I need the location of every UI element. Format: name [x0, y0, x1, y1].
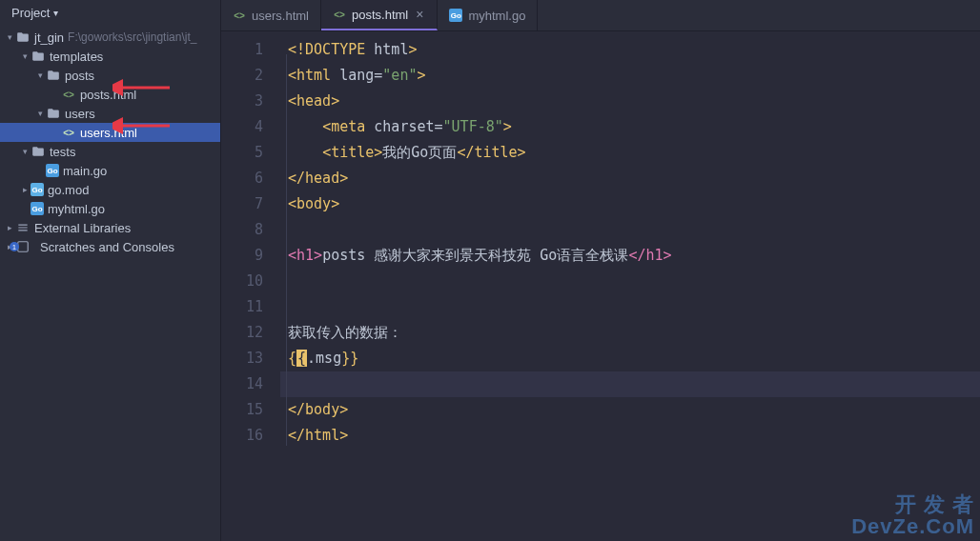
code-editor[interactable]: 1234 5678 9101112 13141516 <!DOCTYPE htm…: [221, 31, 980, 541]
code-line: <meta charset="UTF-8">: [280, 114, 980, 140]
tree-label: templates: [50, 50, 103, 64]
tree-label: users: [65, 107, 95, 121]
go-file-icon: Go: [31, 202, 44, 215]
chevron-down-icon: ▾: [4, 32, 15, 42]
code-line: </head>: [280, 166, 980, 191]
html-file-icon: <>: [233, 9, 246, 22]
folder-icon: [46, 68, 61, 83]
close-icon[interactable]: ×: [414, 7, 425, 22]
code-line: <html lang="en">: [280, 63, 980, 89]
gutter: 1234 5678 9101112 13141516: [221, 31, 280, 541]
tree-label: Scratches and Consoles: [40, 240, 174, 254]
html-file-icon: <>: [61, 125, 76, 140]
tree-label: main.go: [63, 164, 107, 178]
code-line: <h1>posts 感谢大家来到景天科技苑 Go语言全栈课</h1>: [280, 243, 980, 269]
tree-folder-posts[interactable]: ▾ posts: [0, 66, 220, 85]
tab-users-html[interactable]: <> users.html: [221, 0, 321, 30]
tree-project-root[interactable]: ▾ jt_gin F:\goworks\src\jingtian\jt_: [0, 28, 220, 47]
code-line: [280, 269, 980, 294]
tree-label: go.mod: [48, 183, 89, 197]
tree-file-myhtml-go[interactable]: Go myhtml.go: [0, 199, 220, 218]
code-content[interactable]: <!DOCTYPE html> <html lang="en"> <head> …: [280, 31, 980, 541]
go-file-icon: Go: [46, 164, 59, 177]
code-line: </body>: [280, 397, 980, 423]
tree-label: myhtml.go: [48, 202, 105, 216]
tree-label: tests: [50, 145, 75, 159]
tree-label: posts: [65, 69, 94, 83]
folder-icon: [31, 144, 46, 159]
chevron-down-icon: ▾: [34, 70, 46, 80]
tree-scratches[interactable]: ▸ 1 Scratches and Consoles: [0, 237, 220, 256]
tree-file-go-mod[interactable]: ▸ Go go.mod: [0, 180, 220, 199]
code-line: [280, 294, 980, 320]
code-line: [280, 217, 980, 243]
tree-external-libraries[interactable]: ▸ External Libraries: [0, 218, 220, 237]
code-line: <body>: [280, 191, 980, 217]
code-line: </html>: [280, 423, 980, 449]
tree-label: External Libraries: [34, 221, 131, 235]
watermark: 开 发 者 DevZe.CoM: [851, 493, 974, 537]
chevron-right-icon: ▸: [19, 185, 31, 194]
folder-icon: [46, 106, 61, 121]
html-file-icon: <>: [61, 87, 76, 102]
tree-file-users-html[interactable]: <> users.html: [0, 123, 220, 142]
code-line: <!DOCTYPE html>: [280, 37, 980, 63]
go-file-icon: Go: [449, 9, 462, 22]
chevron-down-icon: ▾: [19, 147, 31, 156]
project-path: F:\goworks\src\jingtian\jt_: [68, 30, 196, 44]
project-panel-title: Project: [11, 6, 50, 20]
project-name: jt_gin: [34, 30, 64, 45]
tab-label: posts.html: [352, 8, 408, 22]
tree-file-posts-html[interactable]: <> posts.html: [0, 85, 220, 104]
project-sidebar: Project ▾ ▾ jt_gin F:\goworks\src\jingti…: [0, 0, 221, 541]
code-line: <head>: [280, 89, 980, 114]
chevron-right-icon: ▸: [4, 223, 15, 232]
folder-icon: [15, 30, 31, 45]
folder-icon: [31, 49, 46, 64]
editor-tabbar: <> users.html <> posts.html × Go myhtml.…: [221, 0, 980, 31]
tree-file-main-go[interactable]: Go main.go: [0, 161, 220, 180]
editor-area: <> users.html <> posts.html × Go myhtml.…: [221, 0, 980, 541]
tree-label: users.html: [80, 126, 137, 140]
code-line: [280, 371, 980, 397]
libraries-icon: [15, 220, 31, 235]
chevron-down-icon: ▾: [34, 109, 46, 118]
badge-icon: 1: [10, 242, 19, 251]
tab-label: users.html: [252, 9, 309, 23]
tab-label: myhtml.go: [468, 9, 525, 23]
tree-folder-users[interactable]: ▾ users: [0, 104, 220, 123]
project-tree: ▾ jt_gin F:\goworks\src\jingtian\jt_ ▾ t…: [0, 28, 220, 541]
go-mod-icon: Go: [31, 183, 44, 196]
tree-folder-templates[interactable]: ▾ templates: [0, 47, 220, 66]
project-panel-header[interactable]: Project ▾: [0, 0, 220, 28]
tab-myhtml-go[interactable]: Go myhtml.go: [438, 0, 538, 30]
code-line: {{.msg}}: [280, 346, 980, 371]
tree-folder-tests[interactable]: ▾ tests: [0, 142, 220, 161]
html-file-icon: <>: [333, 8, 346, 21]
tab-posts-html[interactable]: <> posts.html ×: [321, 0, 438, 30]
code-line: 获取传入的数据：: [280, 320, 980, 346]
chevron-down-icon: ▾: [53, 8, 58, 18]
tree-label: posts.html: [80, 88, 136, 102]
chevron-down-icon: ▾: [19, 51, 31, 61]
code-line: <title>我的Go页面</title>: [280, 140, 980, 166]
